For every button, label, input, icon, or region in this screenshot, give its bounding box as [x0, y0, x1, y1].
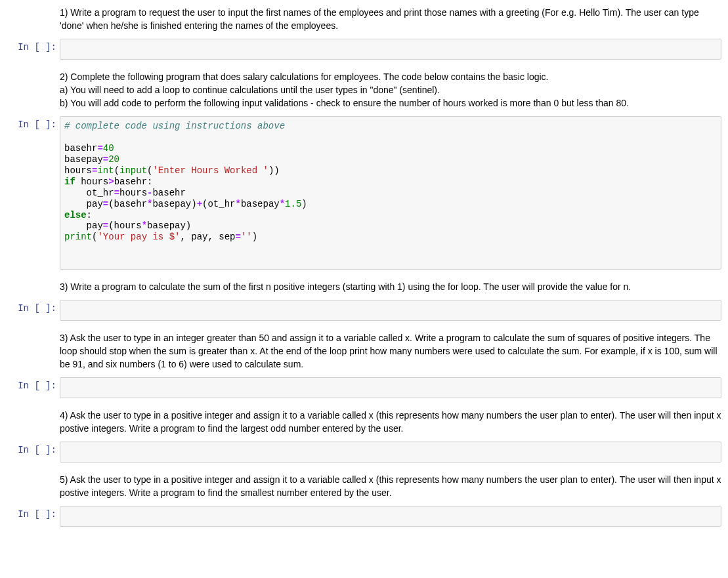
input-prompt: In [ ]:	[7, 506, 60, 527]
code-input[interactable]	[60, 506, 721, 527]
markdown-text: 4) Ask the user to type in a positive in…	[60, 406, 721, 442]
input-prompt: In [ ]:	[7, 116, 60, 270]
code-input[interactable]	[60, 300, 721, 321]
notebook-container: In [ ]:1) Write a program to request the…	[7, 3, 721, 535]
code-input[interactable]	[60, 39, 721, 60]
markdown-cell: In [ ]:5) Ask the user to type in a posi…	[7, 470, 721, 506]
markdown-cell: In [ ]:2) Complete the following program…	[7, 68, 721, 116]
code-cell[interactable]: In [ ]:	[7, 377, 721, 398]
markdown-cell: In [ ]:3) Ask the user to type in an int…	[7, 329, 721, 377]
markdown-text: 5) Ask the user to type in a positive in…	[60, 470, 721, 506]
markdown-cell: In [ ]:3) Write a program to calculate t…	[7, 278, 721, 300]
markdown-cell: In [ ]:1) Write a program to request the…	[7, 3, 721, 39]
markdown-text: 1) Write a program to request the user t…	[60, 3, 721, 39]
markdown-text: 3) Ask the user to type in an integer gr…	[60, 329, 721, 377]
code-cell[interactable]: In [ ]:	[7, 39, 721, 60]
markdown-text: 2) Complete the following program that d…	[60, 68, 721, 116]
code-input[interactable]	[60, 442, 721, 463]
code-cell[interactable]: In [ ]:	[7, 300, 721, 321]
input-prompt: In [ ]:	[7, 377, 60, 398]
markdown-cell: In [ ]:4) Ask the user to type in a posi…	[7, 406, 721, 442]
code-text[interactable]: # complete code using instructions above…	[64, 121, 717, 265]
markdown-text: 3) Write a program to calculate the sum …	[60, 278, 721, 300]
input-prompt: In [ ]:	[7, 442, 60, 463]
input-prompt: In [ ]:	[7, 39, 60, 60]
code-cell[interactable]: In [ ]:	[7, 506, 721, 527]
code-input[interactable]	[60, 377, 721, 398]
code-cell[interactable]: In [ ]:# complete code using instruction…	[7, 116, 721, 270]
code-input[interactable]: # complete code using instructions above…	[60, 116, 721, 270]
code-cell[interactable]: In [ ]:	[7, 442, 721, 463]
input-prompt: In [ ]:	[7, 300, 60, 321]
